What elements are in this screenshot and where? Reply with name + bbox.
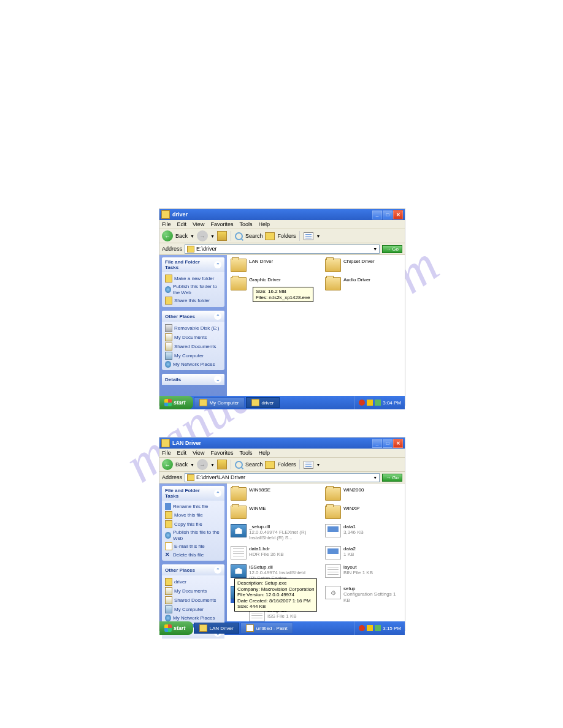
address-dropdown-icon[interactable]: ▼ <box>373 476 377 480</box>
other-places-header[interactable]: Other Places⌃ <box>162 564 224 575</box>
up-button[interactable] <box>217 460 227 469</box>
menu-help[interactable]: Help <box>258 450 270 456</box>
tray-icon[interactable] <box>375 625 381 631</box>
expand-icon[interactable]: ⌄ <box>214 376 221 383</box>
folders-label[interactable]: Folders <box>277 461 296 468</box>
folders-label[interactable]: Folders <box>277 233 296 239</box>
maximize-button[interactable]: □ <box>383 439 393 448</box>
file-item[interactable]: _setup.dll12.0.0.49974 FLEXnet (R) Insta… <box>231 524 307 541</box>
search-label[interactable]: Search <box>245 461 263 468</box>
search-icon[interactable] <box>235 232 243 240</box>
task-email[interactable]: E-mail this file <box>165 542 221 551</box>
place-shared[interactable]: Shared Documents <box>165 596 221 605</box>
task-new-folder[interactable]: Make a new folder <box>165 274 221 283</box>
task-move[interactable]: Move this file <box>165 510 221 520</box>
place-computer[interactable]: My Computer <box>165 351 221 360</box>
maximize-button[interactable]: □ <box>383 210 393 219</box>
menu-edit[interactable]: Edit <box>177 221 187 227</box>
menu-file[interactable]: File <box>162 221 171 227</box>
menu-help[interactable]: Help <box>258 221 270 227</box>
views-dropdown-icon[interactable]: ▼ <box>316 463 320 467</box>
file-item[interactable]: layoutBIN File 1 KB <box>325 564 401 582</box>
back-button[interactable]: ← <box>162 459 173 470</box>
taskbar-item-active[interactable]: LAN Driver <box>194 623 239 634</box>
back-label[interactable]: Back <box>175 461 188 468</box>
taskbar-item[interactable]: untitled - Paint <box>240 623 293 634</box>
menu-edit[interactable]: Edit <box>177 450 187 456</box>
tray-icon[interactable] <box>367 625 373 631</box>
forward-dropdown-icon[interactable]: ▼ <box>210 234 215 238</box>
back-label[interactable]: Back <box>175 233 188 239</box>
taskbar-item[interactable]: My Computer <box>194 397 245 408</box>
taskbar-item-active[interactable]: driver <box>246 397 280 408</box>
task-share[interactable]: Share this folder <box>165 296 221 305</box>
task-publish[interactable]: Publish this file to the Web <box>165 529 221 542</box>
close-button[interactable]: ✕ <box>393 210 403 219</box>
folder-item[interactable]: Audio Driver <box>325 277 401 290</box>
menu-file[interactable]: File <box>162 450 171 456</box>
collapse-icon[interactable]: ⌃ <box>214 261 221 268</box>
start-button[interactable]: start <box>159 621 193 635</box>
place-docs[interactable]: My Documents <box>165 586 221 596</box>
folders-icon[interactable] <box>265 232 275 240</box>
place-docs[interactable]: My Documents <box>165 333 221 342</box>
file-item[interactable]: data1.hdrHDR File 36 KB <box>231 546 307 559</box>
views-dropdown-icon[interactable]: ▼ <box>316 234 320 238</box>
up-button[interactable] <box>217 231 227 241</box>
place-computer[interactable]: My Computer <box>165 605 221 614</box>
place-drive[interactable]: Removable Disk (E:) <box>165 324 221 333</box>
system-tray[interactable]: 3:15 PM <box>354 621 405 635</box>
start-button[interactable]: start <box>159 396 193 409</box>
file-item[interactable]: WINME <box>231 506 307 519</box>
menu-view[interactable]: View <box>193 221 204 227</box>
file-item[interactable]: setupConfiguration Settings 1 KB <box>325 586 401 603</box>
forward-button[interactable]: → <box>197 230 208 241</box>
back-dropdown-icon[interactable]: ▼ <box>190 234 194 238</box>
menu-tools[interactable]: Tools <box>239 221 252 227</box>
forward-dropdown-icon[interactable]: ▼ <box>210 463 215 467</box>
file-item[interactable]: data13,346 KB <box>325 524 401 541</box>
back-button[interactable]: ← <box>162 230 173 241</box>
folder-item[interactable]: Chipset Driver <box>325 259 401 272</box>
task-delete[interactable]: ✕Delete this file <box>165 551 221 559</box>
details-header[interactable]: Details⌄ <box>162 374 224 385</box>
file-item[interactable]: WINXP <box>325 506 401 519</box>
views-button[interactable] <box>304 461 313 469</box>
menu-tools[interactable]: Tools <box>239 450 252 456</box>
collapse-icon[interactable]: ⌃ <box>214 566 221 574</box>
place-driver[interactable]: driver <box>165 577 221 586</box>
address-input[interactable]: E:\driver\LAN Driver ▼ <box>185 473 380 482</box>
collapse-icon[interactable]: ⌃ <box>214 490 221 497</box>
menu-view[interactable]: View <box>193 450 204 456</box>
tray-icon[interactable] <box>359 625 365 631</box>
forward-button[interactable]: → <box>197 459 208 470</box>
task-publish[interactable]: Publish this folder to the Web <box>165 283 221 296</box>
folder-item[interactable]: LAN Driver <box>231 259 307 272</box>
task-rename[interactable]: Rename this file <box>165 502 221 510</box>
place-shared[interactable]: Shared Documents <box>165 342 221 351</box>
back-dropdown-icon[interactable]: ▼ <box>190 463 194 467</box>
place-network[interactable]: My Network Places <box>165 360 221 368</box>
views-button[interactable] <box>304 232 313 240</box>
menu-favorites[interactable]: Favorites <box>210 450 233 456</box>
tray-icon[interactable] <box>375 400 381 406</box>
address-input[interactable]: E:\driver ▼ <box>185 245 380 254</box>
file-item[interactable]: data21 KB <box>325 546 401 559</box>
search-label[interactable]: Search <box>245 233 263 239</box>
close-button[interactable]: ✕ <box>393 439 403 448</box>
file-tasks-header[interactable]: File and Folder Tasks⌃ <box>162 486 224 501</box>
tray-icon[interactable] <box>359 400 365 406</box>
file-item[interactable]: WIN98SE <box>231 487 307 501</box>
minimize-button[interactable]: _ <box>372 439 382 448</box>
folders-icon[interactable] <box>265 461 275 469</box>
tray-icon[interactable] <box>367 400 373 406</box>
menu-favorites[interactable]: Favorites <box>210 221 233 227</box>
task-copy[interactable]: Copy this file <box>165 520 221 529</box>
minimize-button[interactable]: _ <box>372 210 382 219</box>
go-button[interactable]: → Go <box>382 245 402 253</box>
file-item[interactable]: WIN2000 <box>325 487 401 501</box>
address-dropdown-icon[interactable]: ▼ <box>373 247 377 251</box>
search-icon[interactable] <box>235 461 243 469</box>
collapse-icon[interactable]: ⌃ <box>214 313 221 320</box>
file-tasks-header[interactable]: File and Folder Tasks⌃ <box>162 257 224 272</box>
